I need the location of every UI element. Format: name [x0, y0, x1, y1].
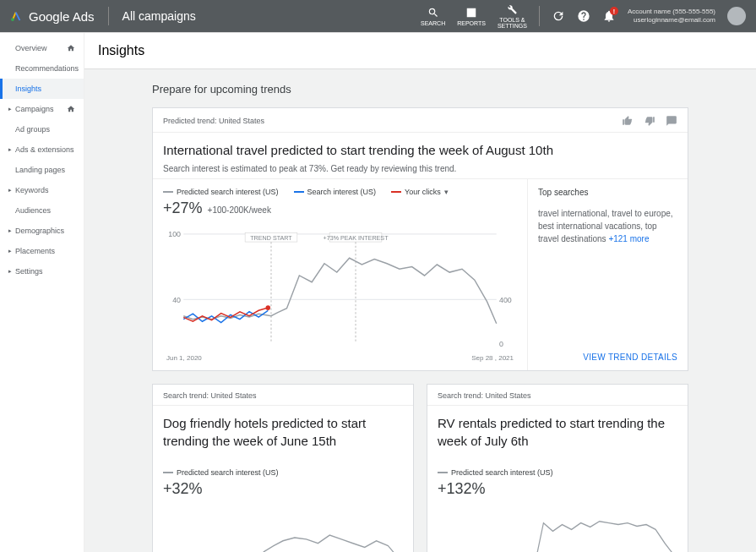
x-end: Sep 28 , 2021: [471, 354, 514, 362]
caret-icon: ▸: [8, 106, 12, 112]
chart-rv-rentals: [438, 503, 677, 552]
sidebar-item-label: Campaigns: [15, 105, 67, 113]
reports-icon: [465, 7, 477, 19]
svg-text:0: 0: [499, 339, 503, 347]
pct-main: +27%: [163, 199, 203, 217]
pct-b: +32%: [163, 480, 203, 498]
chart-dog-hotels: [163, 503, 403, 552]
sidebar-item-ads-extensions[interactable]: ▸Ads & extensions: [0, 139, 84, 160]
sidebar-item-label: Placements: [15, 247, 75, 255]
card-main-title: International travel predicted to start …: [163, 141, 677, 159]
search-tool[interactable]: Search: [421, 7, 445, 26]
sidebar-item-label: Ad groups: [15, 125, 75, 134]
legend-search: Search interest (US): [294, 188, 377, 196]
page-title: Insights: [84, 33, 756, 69]
legend-predicted: Predicted search interest (US): [163, 188, 279, 196]
sidebar-item-label: Settings: [15, 267, 75, 276]
sidebar-item-label: Audiences: [15, 206, 75, 215]
trend-card-main: Predicted trend: United States Internati…: [152, 107, 688, 371]
product-name: Google Ads: [29, 9, 95, 24]
pct-sub-main: +100-200K/week: [208, 205, 271, 215]
svg-text:100: 100: [168, 230, 181, 238]
thumbs-down-icon[interactable]: [644, 115, 655, 127]
header-scope-title[interactable]: All campaigns: [122, 9, 196, 23]
sidebar-item-demographics[interactable]: ▸Demographics: [0, 221, 84, 241]
caret-icon: ▸: [8, 227, 12, 234]
card-tag: Search trend: United States: [163, 391, 257, 400]
caret-icon: ▸: [8, 248, 12, 254]
caret-icon: ▸: [8, 187, 12, 194]
search-icon: [427, 7, 439, 19]
app-header: Google Ads All campaigns Search Reports …: [0, 0, 756, 32]
sidebar: ▸Overview▸Recommendations▸Insights▸Campa…: [0, 33, 84, 552]
sidebar-item-label: Recommendations: [15, 64, 79, 73]
sidebar-item-keywords[interactable]: ▸Keywords: [0, 180, 84, 200]
notifications-icon[interactable]: !: [602, 9, 616, 23]
home-icon: [67, 44, 75, 52]
section-title: Prepare for upcoming trends: [152, 83, 688, 96]
account-info[interactable]: Account name (555-555-555) userloginname…: [628, 8, 715, 25]
chart-main: 100404000TREND START+73% PEAK INTEREST: [163, 222, 517, 349]
top-searches-more-link[interactable]: +121 more: [608, 234, 649, 243]
reports-tool[interactable]: Reports: [457, 7, 486, 26]
caret-icon: ▸: [8, 146, 12, 153]
sidebar-item-insights[interactable]: ▸Insights: [0, 79, 84, 99]
card-tag: Predicted trend: United States: [163, 117, 264, 125]
header-divider: [108, 7, 109, 25]
pct-c: +132%: [438, 480, 486, 498]
main-content: Insights Prepare for upcoming trends Pre…: [84, 33, 756, 552]
svg-point-13: [266, 305, 271, 310]
sidebar-item-placements[interactable]: ▸Placements: [0, 241, 84, 261]
top-searches-title: Top searches: [538, 188, 677, 197]
trend-card-dog-hotels: Search trend: United States Dog friendly…: [152, 384, 414, 552]
svg-text:40: 40: [172, 296, 181, 304]
svg-text:+73% PEAK INTEREST: +73% PEAK INTEREST: [324, 234, 389, 242]
caret-icon: ▸: [8, 268, 12, 275]
x-start: Jun 1, 2020: [166, 354, 202, 362]
top-searches-text: travel international, travel to europe, …: [538, 207, 677, 245]
comment-icon[interactable]: [666, 115, 677, 127]
help-icon[interactable]: [577, 9, 590, 23]
card-c-title: RV rentals predicted to start trending t…: [438, 414, 677, 450]
trend-card-rv-rentals: Search trend: United States RV rentals p…: [427, 384, 688, 552]
card-tag: Search trend: United States: [438, 391, 531, 400]
svg-text:TREND START: TREND START: [250, 234, 292, 242]
wrench-icon: [506, 3, 518, 15]
avatar[interactable]: [727, 7, 746, 25]
sidebar-item-label: Keywords: [15, 186, 75, 194]
sidebar-item-label: Demographics: [15, 227, 75, 235]
sidebar-item-label: Ads & extensions: [15, 145, 75, 154]
alert-badge: !: [610, 7, 618, 15]
card-b-title: Dog friendly hotels predicted to start t…: [163, 414, 403, 450]
header-tools: Search Reports Tools & Settings ! Accoun…: [421, 3, 746, 29]
refresh-icon[interactable]: [552, 9, 565, 23]
sidebar-item-landing-pages[interactable]: ▸Landing pages: [0, 160, 84, 180]
home-icon: [67, 105, 75, 113]
card-main-subtitle: Search interest is estimated to peak at …: [163, 164, 677, 173]
svg-text:400: 400: [499, 296, 512, 304]
google-ads-icon: [10, 10, 22, 22]
svg-point-0: [11, 18, 14, 21]
sidebar-item-label: Insights: [15, 85, 75, 93]
sidebar-item-label: Overview: [15, 44, 67, 52]
legend-clicks[interactable]: Your clicks ▾: [391, 188, 449, 196]
sidebar-item-audiences[interactable]: ▸Audiences: [0, 200, 84, 221]
sidebar-item-recommendations[interactable]: ▸Recommendations: [0, 58, 84, 79]
tools-settings-tool[interactable]: Tools & Settings: [498, 3, 527, 29]
sidebar-item-ad-groups[interactable]: ▸Ad groups: [0, 119, 84, 139]
sidebar-item-label: Landing pages: [15, 166, 75, 174]
top-searches-panel: Top searches travel international, trave…: [527, 179, 688, 370]
logo[interactable]: Google Ads: [10, 9, 95, 24]
legend-predicted: Predicted search interest (US): [163, 468, 279, 477]
legend-predicted: Predicted search interest (US): [438, 468, 553, 477]
thumbs-up-icon[interactable]: [622, 115, 634, 127]
sidebar-item-campaigns[interactable]: ▸Campaigns: [0, 99, 84, 119]
view-trend-details-main[interactable]: View trend details: [528, 344, 688, 370]
chart-area-main: Predicted search interest (US) Search in…: [153, 179, 527, 370]
tools-divider: [539, 6, 540, 26]
sidebar-item-overview[interactable]: ▸Overview: [0, 38, 84, 58]
sidebar-item-settings[interactable]: ▸Settings: [0, 261, 84, 281]
feedback-controls: [622, 115, 677, 127]
